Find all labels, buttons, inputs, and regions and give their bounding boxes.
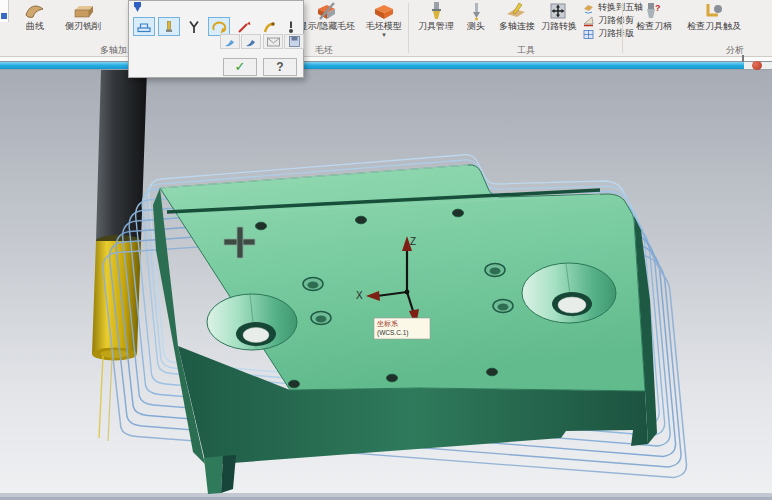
ribbon-button-check-holder[interactable]: ? 检查刀柄 [630, 1, 678, 35]
dialog-option-machine-bed[interactable] [133, 17, 155, 36]
group-separator [408, 3, 409, 53]
pushpin-icon[interactable] [132, 2, 143, 13]
ribbon-button-stock-model[interactable]: 毛坯模型 ▾ [362, 1, 406, 35]
brush-blue-icon [223, 35, 238, 48]
x-axis-label: X [356, 290, 363, 301]
ribbon-button-show-hide-stock[interactable]: 显示/隐藏毛坯 [296, 1, 358, 35]
group-label-stock: 毛坯 [315, 44, 333, 57]
panel-icon [1, 13, 7, 19]
dialog-action-send[interactable] [263, 34, 283, 49]
countersink-right [522, 263, 616, 323]
progress-fill [0, 62, 744, 69]
ribbon-button-check-tool-contact[interactable]: 检查刀具触及 [683, 1, 745, 35]
ribbon-button-tool-manager[interactable]: 刀具管理 [412, 1, 460, 35]
brush-dark-icon [244, 35, 259, 48]
rotate-arrow-icon [211, 20, 227, 34]
toolpath-layout-icon [582, 28, 595, 40]
red-pen-icon [236, 20, 252, 34]
ribbon-button-toolpath-transform[interactable]: 刀路转换 [535, 1, 583, 35]
probe-icon [460, 1, 492, 21]
tool-axis-icon [161, 20, 177, 34]
ribbon-button-multiaxis-link[interactable]: 多轴连接 [493, 1, 541, 35]
group-separator [622, 3, 623, 53]
ribbon-button-side-milling[interactable]: 侧刃铣削 [60, 1, 106, 35]
dialog-help-button[interactable]: ? [263, 58, 297, 76]
progress-thumb[interactable] [742, 55, 744, 62]
stock-model-icon [362, 1, 406, 21]
plumb-icon [283, 20, 299, 34]
side-milling-icon [60, 1, 106, 21]
ribbon-button-curve[interactable]: 曲线 [13, 1, 57, 35]
multiaxis-link-icon [493, 1, 541, 21]
svg-text:?: ? [655, 3, 661, 13]
yellow-hook-icon [261, 20, 277, 34]
wcs-tag-line1: 坐标系 [377, 320, 398, 328]
show-hide-stock-icon [296, 1, 358, 21]
dialog-option-fork[interactable] [183, 17, 205, 36]
toolpath-transform-icon [535, 1, 583, 21]
to-five-axis-icon [582, 2, 595, 14]
wcs-tag-line2: (WCS.C.1) [377, 329, 408, 337]
viewport-3d[interactable]: Z X Y 坐标系 (WCS.C.1) [0, 0, 772, 500]
toolpath-parameter-dialog: ✓ ? [128, 0, 304, 78]
toolpath-trim-icon [582, 15, 595, 27]
curve-icon [13, 1, 57, 21]
check-tool-contact-icon [683, 1, 745, 21]
countersink-left [207, 294, 297, 350]
dialog-action-simulate[interactable] [220, 34, 240, 49]
panel-edge-fragment [0, 0, 9, 22]
tool-manager-icon [412, 1, 460, 21]
chevron-down-icon[interactable]: ▾ [362, 32, 406, 38]
dialog-ok-button[interactable]: ✓ [223, 58, 257, 76]
machine-bed-icon [136, 20, 152, 34]
save-icon [287, 35, 302, 48]
record-stop-button[interactable] [752, 61, 762, 70]
z-axis-label: Z [410, 236, 416, 247]
tool-holder [96, 70, 147, 241]
simulation-progress-bar [0, 61, 772, 70]
fork-icon [186, 20, 202, 34]
dialog-action-verify[interactable] [241, 34, 261, 49]
ribbon-button-probe[interactable]: 测头 [460, 1, 492, 35]
envelope-icon [266, 35, 281, 48]
dialog-option-tool-axis[interactable] [158, 17, 180, 36]
ribbon-toolbar: 曲线 侧刃铣削 多轴加工 显示/隐藏毛坯 毛坯模型 ▾ 毛坯 [0, 0, 772, 57]
check-holder-icon: ? [630, 1, 678, 21]
group-label-tools: 工具 [517, 44, 535, 57]
dialog-action-save[interactable] [284, 34, 304, 49]
cam-application-window: Z X Y 坐标系 (WCS.C.1) 曲线 侧刃铣削 多轴加工 [0, 0, 772, 500]
